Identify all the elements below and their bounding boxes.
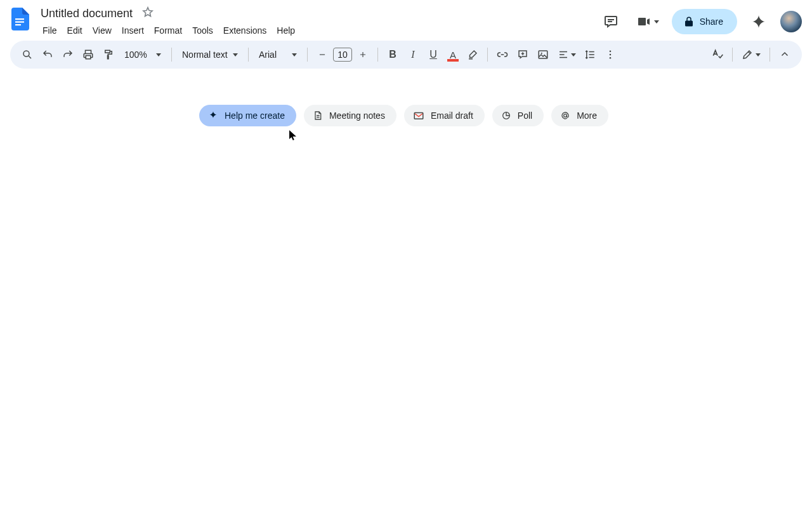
paragraph-style-value: Normal text (182, 50, 228, 60)
svg-rect-2 (15, 24, 21, 25)
increase-font-icon[interactable] (353, 45, 372, 64)
chip-more[interactable]: More (551, 105, 608, 126)
chevron-down-icon (156, 53, 161, 57)
comments-icon[interactable] (598, 9, 624, 34)
menu-insert[interactable]: Insert (117, 23, 148, 38)
chevron-down-icon (654, 20, 659, 23)
menu-extensions[interactable]: Extensions (219, 23, 271, 38)
gemini-icon[interactable] (746, 9, 771, 34)
collapse-toolbar-icon[interactable] (775, 45, 794, 64)
share-button[interactable]: Share (672, 9, 737, 34)
menu-format[interactable]: Format (150, 23, 187, 38)
chevron-down-icon (756, 53, 761, 57)
chip-email-draft[interactable]: Email draft (404, 105, 485, 126)
toolbar-separator (307, 48, 308, 62)
chip-label: Poll (518, 110, 532, 121)
paint-format-icon[interactable] (99, 45, 118, 64)
chip-label: Help me create (225, 110, 285, 121)
toolbar-separator (487, 48, 488, 62)
insert-image-icon[interactable] (534, 45, 553, 64)
font-family-value: Arial (259, 50, 277, 60)
chevron-down-icon (292, 53, 297, 57)
building-blocks-row: Help me create Meeting notes Email draft… (199, 105, 608, 126)
editing-mode-dropdown[interactable] (738, 45, 764, 64)
account-avatar[interactable] (780, 11, 802, 32)
svg-point-8 (610, 57, 612, 59)
align-dropdown[interactable] (554, 45, 579, 64)
redo-icon[interactable] (58, 45, 77, 64)
svg-point-3 (23, 51, 29, 57)
spellcheck-icon[interactable] (708, 45, 727, 64)
chip-meeting-notes[interactable]: Meeting notes (304, 105, 396, 126)
bold-icon[interactable]: B (383, 45, 402, 64)
svg-rect-9 (414, 113, 423, 119)
chip-label: Meeting notes (329, 110, 385, 121)
zoom-value: 100% (124, 50, 147, 60)
menu-edit[interactable]: Edit (63, 23, 87, 38)
toolbar-separator (248, 48, 249, 62)
line-spacing-icon[interactable] (580, 45, 599, 64)
font-size-input[interactable] (333, 48, 352, 62)
lock-icon (683, 16, 695, 27)
document-icon (313, 110, 323, 121)
insert-comment-icon[interactable] (513, 45, 532, 64)
meet-button[interactable] (632, 9, 663, 34)
at-icon (560, 110, 570, 121)
chip-help-me-create[interactable]: Help me create (199, 105, 296, 126)
undo-icon[interactable] (38, 45, 57, 64)
highlight-icon[interactable] (463, 45, 482, 64)
svg-point-6 (610, 50, 612, 52)
italic-icon[interactable]: I (403, 45, 422, 64)
toolbar-separator (732, 48, 733, 62)
zoom-select[interactable]: 100% (119, 45, 166, 64)
menu-help[interactable]: Help (272, 23, 299, 38)
text-color-icon[interactable]: A (444, 45, 462, 64)
font-family-select[interactable]: Arial (254, 45, 302, 64)
toolbar-separator (769, 48, 770, 62)
decrease-font-icon[interactable] (313, 45, 332, 64)
share-label: Share (700, 17, 723, 27)
chevron-down-icon (233, 53, 238, 57)
chip-label: Email draft (431, 110, 473, 121)
svg-point-7 (610, 54, 612, 56)
paragraph-style-select[interactable]: Normal text (177, 45, 243, 64)
svg-rect-0 (15, 18, 24, 20)
svg-point-5 (541, 53, 542, 54)
mouse-cursor-icon (289, 130, 297, 142)
email-icon (413, 110, 424, 121)
menu-tools[interactable]: Tools (188, 23, 218, 38)
search-menus-icon[interactable] (18, 45, 37, 64)
chevron-down-icon (571, 53, 576, 57)
header: Untitled document File Edit View Insert … (0, 0, 812, 38)
chip-label: More (577, 110, 597, 121)
svg-rect-1 (15, 22, 24, 23)
toolbar-separator (377, 48, 378, 62)
document-canvas[interactable] (0, 71, 812, 508)
more-toolbar-icon[interactable] (601, 45, 620, 64)
menubar: File Edit View Insert Format Tools Exten… (38, 23, 299, 38)
star-icon[interactable] (141, 6, 154, 21)
chip-poll[interactable]: Poll (492, 105, 544, 126)
docs-logo-icon[interactable] (9, 8, 32, 30)
toolbar: 100% Normal text Arial B I U A (10, 41, 802, 69)
poll-icon (501, 110, 511, 121)
print-icon[interactable] (79, 45, 98, 64)
document-title[interactable]: Untitled document (38, 6, 135, 21)
sparkle-icon (208, 110, 218, 121)
underline-icon[interactable]: U (424, 45, 443, 64)
menu-view[interactable]: View (88, 23, 116, 38)
insert-link-icon[interactable] (493, 45, 512, 64)
toolbar-separator (171, 48, 172, 62)
svg-point-10 (564, 114, 567, 117)
menu-file[interactable]: File (38, 23, 62, 38)
video-icon (636, 14, 652, 29)
